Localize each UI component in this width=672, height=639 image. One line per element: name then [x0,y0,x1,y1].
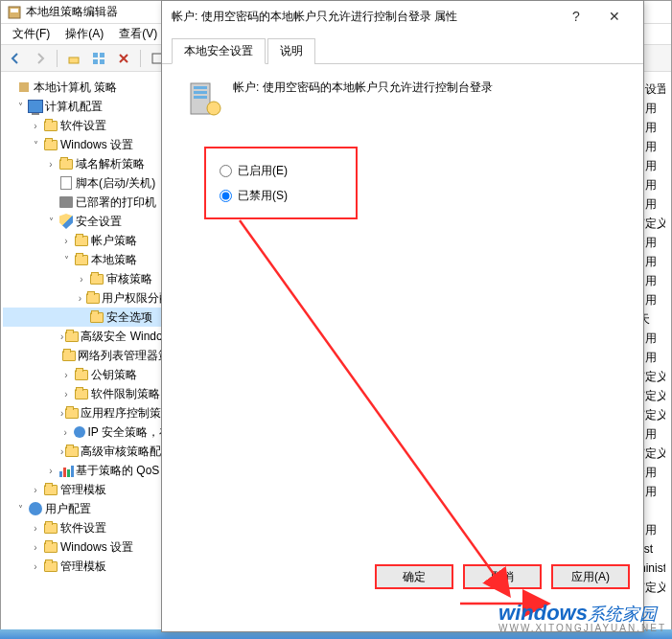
tree-root[interactable]: 本地计算机 策略 [3,78,171,97]
radio-disabled-input[interactable] [220,190,232,202]
folder-icon [86,290,100,306]
cancel-button[interactable]: 取消 [463,564,542,589]
svg-rect-5 [93,59,98,64]
tree-item[interactable]: ›域名解析策略 [3,154,171,173]
tree-item[interactable]: ›软件限制策略 [3,384,171,403]
app-icon [7,5,22,20]
folder-icon [43,137,58,152]
up-icon[interactable] [63,48,84,69]
toolbar-separator [140,50,141,67]
svg-rect-1 [11,9,18,12]
svg-rect-15 [194,96,207,99]
tree-item[interactable]: ›Windows 设置 [3,537,171,557]
apply-button[interactable]: 应用(A) [551,564,630,589]
tree-item[interactable]: ›高级审核策略配置 [3,442,171,461]
tree-item[interactable]: ›公钥策略 [3,365,171,384]
dialog-title: 帐户: 使用空密码的本地帐户只允许进行控制台登录 属性 [172,9,557,25]
folder-icon [89,271,104,286]
svg-point-16 [207,102,220,115]
tree-item[interactable]: 脚本(启动/关机) [3,173,171,193]
menu-view[interactable]: 查看(V) [111,26,165,42]
svg-rect-4 [100,53,104,57]
tree-user-config[interactable]: ˅用户配置 [3,499,171,518]
tree-item[interactable]: ›软件设置 [3,518,171,537]
radio-group-highlight: 已启用(E) 已禁用(S) [204,147,358,219]
svg-rect-13 [194,86,207,89]
folder-icon [43,559,58,574]
folder-icon [43,118,58,133]
tree-computer-config[interactable]: ˅计算机配置 [3,97,171,116]
svg-rect-6 [100,59,104,64]
folder-icon [65,329,79,344]
watermark: windows系统家园 WWW.XITONGJIAYUAN.NET [498,603,666,633]
script-icon [58,175,74,191]
window-title: 本地组策略编辑器 [26,4,118,20]
tab-explain[interactable]: 说明 [267,38,315,64]
tree-item[interactable]: ›基于策略的 QoS [3,461,171,480]
menu-action[interactable]: 操作(A) [58,26,111,42]
folder-icon [65,444,79,459]
tree-item[interactable]: ˅安全设置 [3,212,171,231]
tree-item[interactable]: 网络列表管理器策略 [3,346,171,365]
folder-icon [74,386,89,401]
close-icon[interactable]: ✕ [595,3,634,30]
tree-item[interactable]: ›高级安全 Windows [3,327,171,346]
folder-icon [43,482,58,497]
policy-icon [16,80,32,95]
radio-enabled-input[interactable] [220,165,232,177]
user-icon [28,501,43,516]
help-button[interactable]: ? [557,3,595,30]
tree-security-options[interactable]: 安全选项 [3,308,171,327]
tab-local-security[interactable]: 本地安全设置 [172,38,266,64]
tree-item[interactable]: ›IP 安全策略，在 [3,422,171,442]
dialog-body: 帐户: 使用空密码的本地帐户只允许进行控制台登录 已启用(E) 已禁用(S) 确… [162,64,643,601]
folder-icon [62,348,76,363]
tree-item[interactable]: ˅Windows 设置 [3,135,171,154]
delete-icon[interactable] [113,48,134,69]
toolbar-separator [57,50,58,67]
tree-item[interactable]: ›管理模板 [3,480,171,499]
computer-icon [28,99,43,114]
folder-icon [65,405,79,421]
tree-item[interactable]: ›用户权限分配 [3,288,171,308]
tree-item[interactable]: ›帐户策略 [3,231,171,250]
tree-item[interactable]: ›管理模板 [3,557,171,576]
folder-icon [58,156,74,171]
ipsec-icon [73,424,86,440]
policy-header: 帐户: 使用空密码的本地帐户只允许进行控制台登录 [185,80,620,118]
folder-icon [74,233,89,248]
tree-item[interactable]: ›软件设置 [3,116,171,135]
ok-button[interactable]: 确定 [375,564,453,589]
tree-item[interactable]: ›应用程序控制策略 [3,403,171,422]
server-icon [185,80,223,118]
printer-icon [58,194,74,210]
properties-dialog: 帐户: 使用空密码的本地帐户只允许进行控制台登录 属性 ? ✕ 本地安全设置 说… [161,0,644,632]
dialog-tabs: 本地安全设置 说明 [162,32,643,64]
tree-item[interactable]: ˅本地策略 [3,250,171,269]
svg-point-11 [74,426,85,438]
radio-enabled[interactable]: 已启用(E) [220,158,342,183]
shield-icon [58,214,74,229]
policy-name: 帐户: 使用空密码的本地帐户只允许进行控制台登录 [233,80,493,96]
menu-file[interactable]: 文件(F) [5,26,58,42]
svg-rect-2 [69,57,79,63]
folder-icon [43,520,58,536]
dialog-buttons: 确定 取消 应用(A) [375,564,630,589]
svg-rect-14 [194,91,207,94]
tree-item[interactable]: 已部署的打印机 [3,193,171,212]
dialog-titlebar: 帐户: 使用空密码的本地帐户只允许进行控制台登录 属性 ? ✕ [162,1,643,32]
grid-icon[interactable] [88,48,109,69]
back-icon[interactable] [5,48,26,69]
svg-rect-3 [93,53,98,57]
folder-icon [74,367,89,382]
radio-disabled[interactable]: 已禁用(S) [220,183,342,208]
folder-icon [74,252,89,267]
folder-icon [43,539,58,555]
bars-icon [58,463,74,478]
folder-icon [89,309,104,325]
svg-rect-10 [19,82,29,92]
nav-tree[interactable]: 本地计算机 策略 ˅计算机配置 ›软件设置 ˅Windows 设置 ›域名解析策… [1,74,174,638]
tree-item[interactable]: ›审核策略 [3,269,171,288]
forward-icon[interactable] [30,48,51,69]
